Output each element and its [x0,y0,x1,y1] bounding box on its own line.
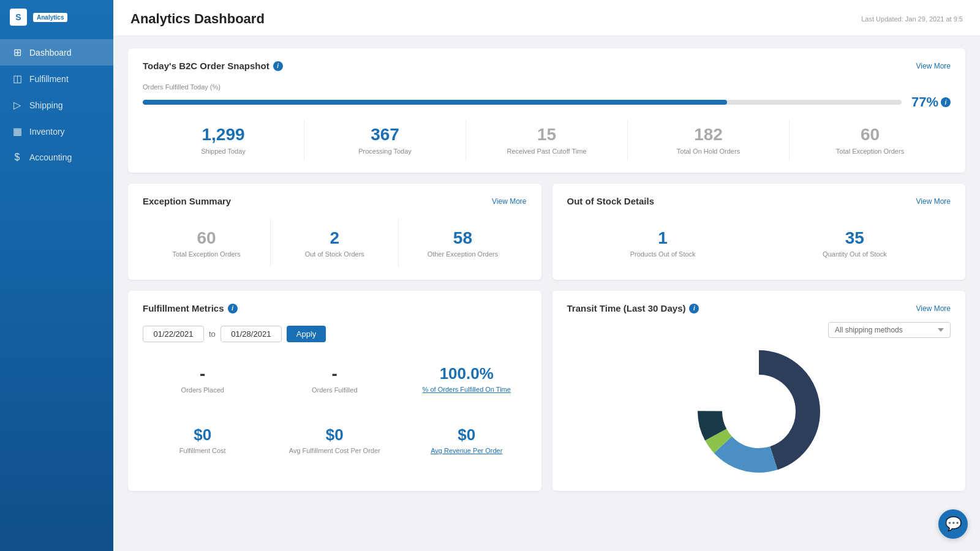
logo-icon: S [10,9,27,26]
sidebar-item-accounting[interactable]: $ Accounting [0,144,113,170]
date-to-input[interactable] [221,326,282,342]
sidebar-label-fulfillment: Fulfillment [29,74,69,84]
snapshot-title: Today's B2C Order Snapshot i [143,61,283,71]
last-updated-label: Last Updated: Jan 29, 2021 at 9:5 [861,15,963,23]
fm-metric-2: 100.0% % of Orders Fulfilled On Time [407,354,527,403]
fm-metric-1: - Orders Fulfilled [275,354,395,403]
logo-badge: Analytics [33,13,67,22]
snapshot-info-icon[interactable]: i [273,61,283,71]
exception-view-more[interactable]: View More [492,197,526,206]
fm-label-1: Orders Fulfilled [280,386,390,394]
dashboard-content: Today's B2C Order Snapshot i View More O… [113,36,980,503]
svg-point-4 [728,381,790,442]
fm-value-2: 100.0% [412,364,522,383]
sidebar-item-shipping[interactable]: ▷ Shipping [0,92,113,118]
snapshot-header: Today's B2C Order Snapshot i View More [143,61,951,71]
snapshot-metrics: 1,299 Shipped Today 367 Processing Today… [143,120,951,160]
snapshot-metric-label-3: Total On Hold Orders [635,147,782,156]
snapshot-metric-value-2: 15 [473,125,620,144]
shipping-methods-select[interactable]: All shipping methods [828,322,951,338]
chat-icon: 💬 [945,516,962,532]
exception-metric-0: 60 Total Exception Orders [143,219,270,268]
transit-info-icon[interactable]: i [689,304,699,313]
progress-fill [143,100,727,105]
exception-value-0: 60 [150,228,263,248]
snapshot-metric-value-3: 182 [635,125,782,144]
sidebar-nav: ⊞ Dashboard ◫ Fulfillment ▷ Shipping ▦ I… [0,39,113,170]
sidebar-item-dashboard[interactable]: ⊞ Dashboard [0,39,113,66]
date-separator: to [209,329,216,339]
dashboard-icon: ⊞ [11,47,23,58]
progress-label: Orders Fulfilled Today (%) [143,83,951,91]
snapshot-metric-4: 60 Total Exception Orders [789,120,951,160]
fm-label-3: Fulfillment Cost [148,447,258,454]
main-header: Analytics Dashboard Last Updated: Jan 29… [113,0,980,36]
fm-value-4: $0 [280,425,390,444]
fm-value-1: - [280,364,390,384]
sidebar-item-inventory[interactable]: ▦ Inventory [0,118,113,144]
fulfillment-info-icon[interactable]: i [228,304,238,313]
snapshot-metric-label-1: Processing Today [312,147,458,156]
transit-header: Transit Time (Last 30 Days) i View More [567,303,951,313]
fulfillment-title: Fulfillment Metrics i [143,303,238,313]
accounting-icon: $ [11,152,23,163]
snapshot-metric-label-0: Shipped Today [150,147,296,156]
donut-chart [692,344,826,479]
exception-value-2: 58 [406,228,519,248]
fm-value-3: $0 [148,425,258,444]
oos-metric-1: 35 Quantity Out of Stock [759,219,951,268]
transit-title: Transit Time (Last 30 Days) i [567,303,699,313]
date-from-input[interactable] [143,326,204,342]
exception-label-1: Out of Stock Orders [278,250,391,258]
fm-value-0: - [148,364,258,384]
fulfillment-metrics-card: Fulfillment Metrics i to Apply - Orders … [128,291,541,491]
snapshot-view-more[interactable]: View More [916,62,951,70]
exception-metrics: 60 Total Exception Orders 2 Out of Stock… [143,219,527,268]
fm-label-0: Orders Placed [148,386,258,394]
fm-metric-5: $0 Avg Revenue Per Order [407,416,527,464]
fm-label-2[interactable]: % of Orders Fulfilled On Time [412,386,522,393]
sidebar-label-accounting: Accounting [29,152,72,162]
shipping-icon: ▷ [11,99,23,111]
fulfillment-header: Fulfillment Metrics i [143,303,527,313]
logo[interactable]: S Analytics [0,0,113,34]
oos-title: Out of Stock Details [567,196,655,206]
snapshot-metric-value-1: 367 [312,125,458,144]
sidebar-label-inventory: Inventory [29,127,65,137]
snapshot-metric-label-2: Received Past Cutoff Time [473,147,620,156]
snapshot-card: Today's B2C Order Snapshot i View More O… [128,48,965,173]
snapshot-metric-value-0: 1,299 [150,125,296,144]
exception-summary-card: Exception Summary View More 60 Total Exc… [128,184,541,280]
fm-label-5[interactable]: Avg Revenue Per Order [412,447,522,454]
inventory-icon: ▦ [11,126,23,137]
transit-time-card: Transit Time (Last 30 Days) i View More … [552,291,966,491]
progress-bar-container: 77% i [143,94,951,110]
fm-metric-0: - Orders Placed [143,354,263,403]
exception-metric-1: 2 Out of Stock Orders [270,219,398,268]
oos-metrics: 1 Products Out of Stock 35 Quantity Out … [567,219,951,268]
progress-section: Orders Fulfilled Today (%) 77% i [143,83,951,110]
fm-label-4: Avg Fulfillment Cost Per Order [280,447,390,454]
oos-value-1: 35 [766,228,943,248]
snapshot-metric-3: 182 Total On Hold Orders [627,120,789,160]
oos-header: Out of Stock Details View More [567,196,951,206]
page-title: Analytics Dashboard [130,11,265,27]
snapshot-metric-1: 367 Processing Today [304,120,466,160]
donut-chart-container [567,344,951,479]
apply-button[interactable]: Apply [287,326,326,342]
oos-metric-0: 1 Products Out of Stock [567,219,759,268]
fulfillment-grid: - Orders Placed - Orders Fulfilled 100.0… [143,354,527,464]
oos-view-more[interactable]: View More [916,197,951,206]
out-of-stock-card: Out of Stock Details View More 1 Product… [552,184,966,280]
date-row: to Apply [143,326,527,342]
two-col-row-2: Fulfillment Metrics i to Apply - Orders … [128,291,965,491]
fm-value-5: $0 [412,425,522,444]
snapshot-metric-label-4: Total Exception Orders [797,147,943,156]
sidebar-item-fulfillment[interactable]: ◫ Fulfillment [0,66,113,92]
oos-label-1: Quantity Out of Stock [766,250,943,258]
transit-view-more[interactable]: View More [916,304,951,313]
donut-svg [692,344,826,479]
pct-info-icon[interactable]: i [941,97,951,107]
chat-button[interactable]: 💬 [938,509,968,539]
exception-metric-2: 58 Other Exception Orders [398,219,526,268]
